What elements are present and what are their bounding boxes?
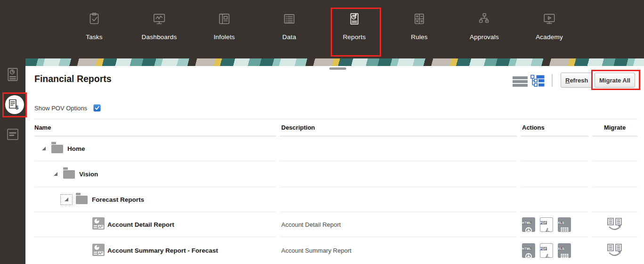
sidebar-item-documents[interactable] <box>6 128 19 143</box>
spreadsheet-grid-icon <box>558 252 571 258</box>
top-navigation-bar: Tasks Dashboards Infolets Data <box>0 0 644 58</box>
nav-label: Dashboards <box>142 33 177 41</box>
nav-label: Academy <box>536 33 563 41</box>
report-document-icon <box>6 67 19 82</box>
table-row-account-summary-report[interactable]: Account Summary Report - Forecast Accoun… <box>34 237 637 264</box>
pdf-action-button[interactable]: PDF <box>540 243 553 258</box>
migrate-icon <box>607 243 623 258</box>
academy-icon <box>542 9 556 28</box>
folder-name[interactable]: Vision <box>79 171 98 178</box>
pov-checkbox-checked[interactable] <box>93 104 101 112</box>
reports-icon <box>347 9 361 28</box>
description-text: Account Summary Report <box>281 247 351 254</box>
pdf-label: PDF <box>540 221 547 224</box>
folder-name[interactable]: Forecast Reports <box>92 196 144 203</box>
checkmark-icon <box>94 105 100 111</box>
nav-label: Infolets <box>213 33 235 41</box>
folder-name[interactable]: Home <box>67 145 85 152</box>
table-row-account-detail-report[interactable]: Account Detail Report Account Detail Rep… <box>34 212 637 237</box>
sidebar-item-financial-reports-selected[interactable]: $ <box>5 95 24 114</box>
pov-label: Show POV Options <box>34 105 87 112</box>
financial-report-dollar-icon: $ <box>8 99 21 110</box>
nav-item-reports[interactable]: Reports <box>322 9 387 41</box>
infolets-icon <box>217 9 231 28</box>
xls-action-button[interactable]: XLS <box>558 217 571 232</box>
nav-label: Approvals <box>470 33 499 41</box>
nav-item-infolets[interactable]: Infolets <box>192 9 257 41</box>
migrate-row-button[interactable] <box>607 217 623 232</box>
application-window: Tasks Dashboards Infolets Data <box>0 0 644 264</box>
column-header-migrate[interactable]: Migrate <box>592 119 637 136</box>
nav-label: Reports <box>343 33 366 41</box>
column-header-actions[interactable]: Actions <box>521 119 588 136</box>
rules-icon <box>412 9 426 28</box>
migrate-all-button[interactable]: Migrate All <box>595 73 635 88</box>
panel-drag-handle[interactable] <box>329 67 346 70</box>
xls-label: XLS <box>558 221 564 224</box>
flat-view-icon <box>513 76 528 79</box>
migrate-row-button[interactable] <box>607 243 623 258</box>
nav-item-approvals[interactable]: Approvals <box>452 9 517 41</box>
document-list-icon <box>6 128 19 141</box>
reports-table: Name Description Actions Migrate Home <box>34 119 637 264</box>
table-row-forecast-reports[interactable]: Forecast Reports <box>34 187 637 212</box>
page-title: Financial Reports <box>34 74 112 84</box>
html-label: HTML <box>522 221 531 224</box>
folder-icon <box>51 142 64 156</box>
top-nav-items: Tasks Dashboards Infolets Data <box>62 9 582 41</box>
xls-action-button[interactable]: XLS <box>558 243 571 258</box>
column-header-name[interactable]: Name <box>34 119 276 136</box>
toolbar-divider <box>552 74 553 87</box>
tree-view-icon <box>530 74 545 87</box>
pov-options-row: Show POV Options <box>34 104 101 112</box>
table-row-home[interactable]: Home <box>34 136 637 161</box>
xls-label: XLS <box>558 247 564 250</box>
tasks-icon <box>87 9 101 28</box>
spreadsheet-grid-icon <box>558 226 571 232</box>
adobe-pdf-icon <box>540 226 553 232</box>
sidebar-item-reports[interactable] <box>6 67 19 83</box>
report-name[interactable]: Account Detail Report <box>107 221 174 228</box>
approvals-icon <box>477 9 491 28</box>
financial-report-icon <box>92 244 105 258</box>
nav-label: Rules <box>411 33 428 41</box>
svg-text:$: $ <box>16 105 18 110</box>
column-header-description[interactable]: Description <box>280 119 517 136</box>
nav-item-rules[interactable]: Rules <box>387 9 452 41</box>
table-row-vision[interactable]: Vision <box>34 161 637 187</box>
nav-item-data[interactable]: Data <box>257 9 322 41</box>
pdf-label: PDF <box>540 247 547 250</box>
globe-icon <box>522 226 535 232</box>
adobe-pdf-icon <box>540 252 553 258</box>
collapse-triangle-icon[interactable] <box>41 146 46 151</box>
data-icon <box>282 9 296 28</box>
collapse-triangle-icon[interactable] <box>53 172 58 176</box>
dashboards-icon <box>152 9 166 28</box>
folder-icon <box>75 193 88 206</box>
html-action-button[interactable]: HTML <box>522 243 535 258</box>
migrate-icon <box>607 217 623 232</box>
nav-label: Tasks <box>86 33 103 41</box>
nav-label: Data <box>282 33 296 41</box>
globe-icon <box>522 252 535 258</box>
table-header-row: Name Description Actions Migrate <box>34 119 637 136</box>
html-action-button[interactable]: HTML <box>522 217 535 232</box>
financial-report-icon <box>92 217 105 231</box>
decorative-pattern-strip <box>25 58 644 66</box>
folder-icon <box>63 167 75 181</box>
flat-view-toggle[interactable] <box>513 76 528 88</box>
pdf-action-button[interactable]: PDF <box>540 217 553 232</box>
focused-collapse-triangle[interactable] <box>60 194 73 205</box>
collapse-triangle-icon <box>64 197 69 202</box>
tree-view-toggle[interactable] <box>530 74 545 89</box>
left-sidebar: $ <box>0 58 25 264</box>
nav-item-academy[interactable]: Academy <box>517 9 582 41</box>
nav-item-tasks[interactable]: Tasks <box>62 9 127 41</box>
html-label: HTML <box>522 247 531 250</box>
report-name[interactable]: Account Summary Report - Forecast <box>107 247 218 254</box>
description-text: Account Detail Report <box>281 221 341 228</box>
refresh-button[interactable]: Refresh <box>561 73 593 88</box>
main-content: Financial Reports Refresh Migrate All Sh… <box>25 66 644 264</box>
nav-item-dashboards[interactable]: Dashboards <box>127 9 192 41</box>
